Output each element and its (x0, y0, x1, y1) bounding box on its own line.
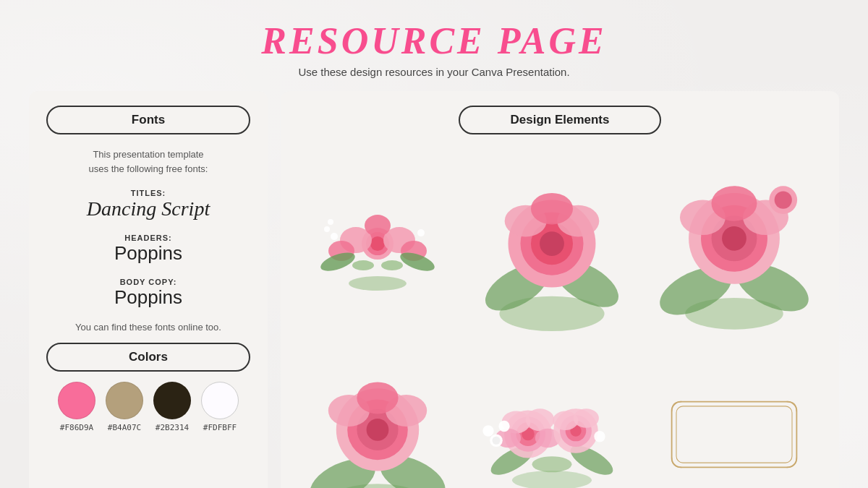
svg-point-26 (531, 193, 573, 225)
body-copy-font-name: Poppins (46, 286, 250, 309)
page-wrapper: RESOURCE PAGE Use these design resources… (0, 0, 868, 488)
fonts-header: Fonts (46, 106, 250, 134)
color-swatch-white: #FDFBFF (201, 382, 239, 432)
right-panel: Design Elements (281, 91, 839, 488)
titles-font-entry: TITLES: Dancing Script (46, 189, 250, 221)
svg-point-68 (493, 437, 501, 445)
body-copy-label: BODY COPY: (46, 278, 250, 286)
element-frame-1 (647, 347, 822, 488)
svg-point-49 (512, 471, 592, 488)
color-circle-white (201, 382, 239, 419)
svg-point-48 (357, 382, 398, 414)
svg-rect-72 (672, 402, 797, 468)
rose-3-svg (298, 347, 457, 488)
color-swatches: #F86D9A #B4A07C #2B2314 #FDFBFF (46, 382, 250, 432)
design-elements-header: Design Elements (459, 106, 661, 134)
colors-header: Colors (46, 343, 250, 372)
color-swatch-dark: #2B2314 (153, 382, 191, 432)
font-note: You can find these fonts online too. (46, 322, 250, 333)
svg-point-12 (381, 260, 403, 270)
color-circle-dark (153, 382, 191, 419)
body-copy-font-entry: BODY COPY: Poppins (46, 278, 250, 309)
color-circle-tan (106, 382, 143, 419)
svg-point-23 (540, 231, 564, 256)
svg-point-13 (331, 233, 338, 240)
color-circle-pink (58, 382, 95, 419)
svg-point-71 (594, 431, 605, 442)
headers-font-name: Poppins (46, 242, 250, 265)
large-bouquet-svg (298, 147, 457, 340)
color-hex-tan: #B4A07C (108, 423, 141, 432)
content-row: Fonts This presentation template uses th… (29, 91, 839, 488)
colors-section: Colors #F86D9A #B4A07C #2B2314 (46, 343, 250, 432)
peony-bouquet-svg (464, 347, 639, 488)
titles-font-name: Dancing Script (46, 197, 250, 221)
page-subtitle: Use these design resources in your Canva… (298, 66, 569, 78)
svg-point-70 (498, 421, 509, 432)
svg-point-45 (367, 419, 389, 441)
svg-point-11 (352, 260, 374, 270)
fonts-description: This presentation template uses the foll… (46, 147, 250, 176)
element-rose-2 (647, 147, 822, 340)
element-rose-3 (298, 347, 457, 488)
svg-point-69 (482, 426, 493, 437)
color-hex-white: #FDFBFF (203, 423, 237, 432)
rose-1-svg (464, 147, 639, 340)
color-swatch-tan: #B4A07C (106, 382, 143, 432)
element-large-bouquet (298, 147, 457, 340)
element-peony-bouquet (464, 347, 639, 488)
svg-point-33 (722, 226, 746, 251)
svg-point-16 (417, 229, 425, 236)
svg-point-52 (532, 457, 572, 473)
svg-point-58 (526, 409, 555, 432)
svg-point-8 (365, 215, 391, 236)
svg-point-15 (328, 219, 333, 225)
svg-rect-73 (676, 406, 792, 463)
svg-point-3 (370, 236, 385, 251)
svg-point-0 (349, 276, 407, 291)
titles-label: TITLES: (46, 189, 250, 197)
svg-point-36 (712, 186, 757, 221)
frame-1-svg (665, 398, 803, 471)
headers-font-entry: HEADERS: Poppins (46, 234, 250, 265)
headers-label: HEADERS: (46, 234, 250, 242)
svg-point-66 (574, 409, 599, 428)
svg-point-14 (324, 226, 330, 232)
color-swatch-pink: #F86D9A (58, 382, 95, 432)
color-hex-pink: #F86D9A (60, 423, 93, 432)
element-rose-1 (464, 147, 639, 340)
color-hex-dark: #2B2314 (156, 423, 189, 432)
svg-point-38 (775, 192, 792, 209)
page-title: RESOURCE PAGE (261, 20, 606, 61)
left-panel: Fonts This presentation template uses th… (29, 91, 268, 488)
elements-grid (298, 147, 822, 488)
design-elements-section: Design Elements (298, 106, 822, 137)
rose-2-svg (647, 147, 822, 340)
